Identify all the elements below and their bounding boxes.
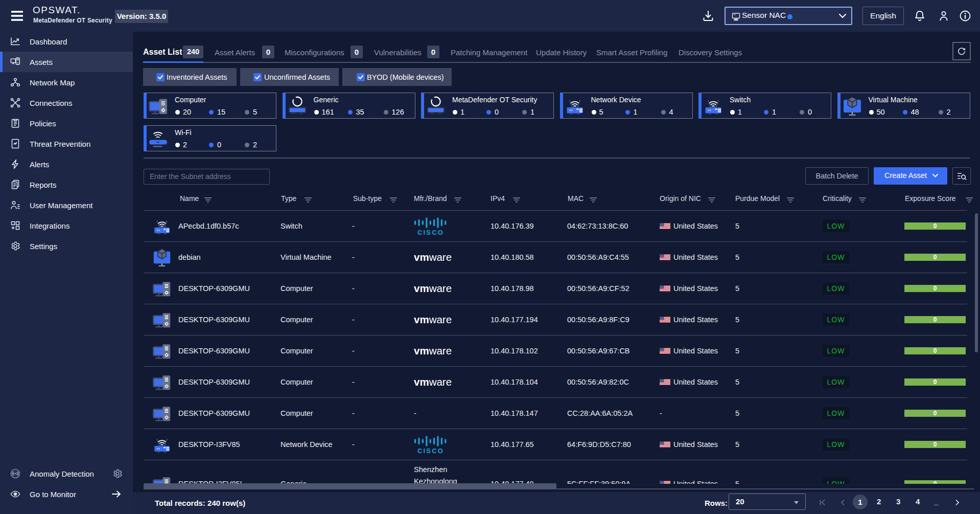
svg-text:CISCO: CISCO — [417, 229, 444, 236]
svg-text:CISCO: CISCO — [417, 447, 444, 455]
